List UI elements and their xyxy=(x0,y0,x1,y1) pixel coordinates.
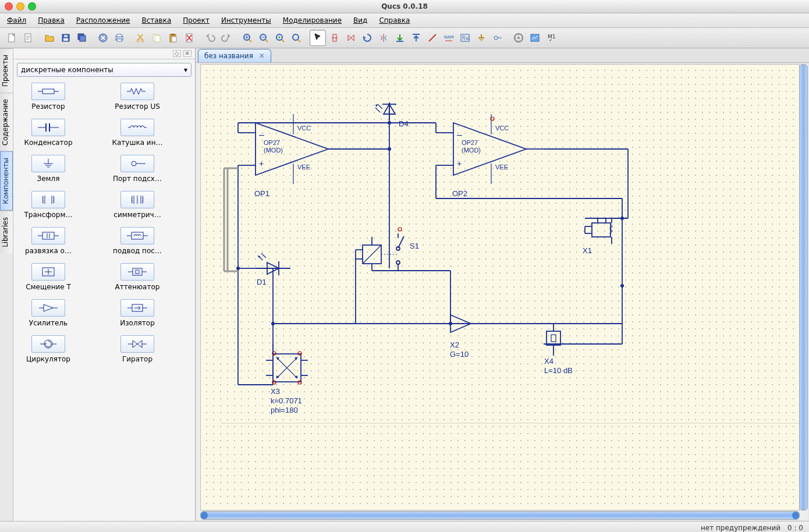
tab-components[interactable]: Компоненты xyxy=(0,151,13,211)
palette-label: Трансформ… xyxy=(16,211,80,219)
zoom-1-1-icon[interactable] xyxy=(289,30,304,45)
palette-item-ground[interactable]: Земля xyxy=(19,155,77,183)
svg-text:OP27: OP27 xyxy=(462,139,478,146)
vertical-scrollbar[interactable] xyxy=(799,64,808,510)
palette-item-capacitor[interactable]: Конденсатор xyxy=(19,119,77,147)
equation-icon[interactable]: f(ω) xyxy=(457,30,473,45)
close-window-icon[interactable] xyxy=(5,2,13,10)
copy-icon[interactable] xyxy=(149,30,164,45)
horizontal-scrollbar[interactable] xyxy=(200,511,800,520)
bus-segment xyxy=(224,168,238,271)
component-x2[interactable]: X2 G=10 xyxy=(442,315,480,359)
marker-icon[interactable]: M1 xyxy=(544,30,559,45)
component-s1[interactable]: S1 xyxy=(396,228,419,271)
simulate-icon[interactable] xyxy=(511,30,526,45)
component-op1[interactable]: – + OP27 (MOD) VCC VEE OP1 xyxy=(254,114,328,198)
tab-libraries[interactable]: Libraries xyxy=(0,211,13,253)
new-text-icon[interactable] xyxy=(21,30,36,45)
component-relay[interactable] xyxy=(356,237,398,271)
port-insert-icon[interactable] xyxy=(490,30,505,45)
menu-edit[interactable]: Правка xyxy=(38,16,65,24)
tab-untitled[interactable]: без названия ✕ xyxy=(198,49,271,62)
palette-item-inductor[interactable]: Катушка ин… xyxy=(108,119,166,147)
svg-text:VCC: VCC xyxy=(297,125,311,132)
export-up-icon[interactable] xyxy=(409,30,424,45)
show-results-icon[interactable] xyxy=(527,30,542,45)
new-file-icon[interactable] xyxy=(5,30,20,45)
schematic-canvas[interactable]: – + OP27 (MOD) VCC VEE OP1 xyxy=(200,64,800,510)
menu-file[interactable]: Файл xyxy=(7,16,26,24)
svg-text:VCC: VCC xyxy=(495,125,509,132)
zoom-in-icon[interactable] xyxy=(240,30,255,45)
menu-layout[interactable]: Расположение xyxy=(76,16,130,24)
save-all-icon[interactable] xyxy=(74,30,90,45)
minimize-window-icon[interactable] xyxy=(16,2,24,10)
zoom-window-icon[interactable] xyxy=(28,2,36,10)
undo-icon[interactable] xyxy=(203,30,218,45)
palette-label: симметрич… xyxy=(105,211,169,219)
svg-text:M1: M1 xyxy=(548,34,556,40)
export-down-icon[interactable] xyxy=(392,30,407,45)
palette-item-circulator[interactable]: Циркулятор xyxy=(19,335,77,363)
print-icon[interactable] xyxy=(112,30,127,45)
mirror-x-icon[interactable] xyxy=(376,30,391,45)
zoom-out-icon[interactable] xyxy=(256,30,271,45)
svg-text:(MOD): (MOD) xyxy=(264,147,283,154)
delete-icon[interactable] xyxy=(182,30,197,45)
svg-rect-17 xyxy=(155,36,160,42)
wire-label-icon[interactable]: NAME xyxy=(441,30,456,45)
open-icon[interactable] xyxy=(42,30,57,45)
cut-icon[interactable] xyxy=(133,30,148,45)
palette-item-resistor-us[interactable]: Резистор US xyxy=(108,83,166,111)
menu-view[interactable]: Вид xyxy=(353,16,367,24)
menu-tools[interactable]: Инструменты xyxy=(221,16,271,24)
save-icon[interactable] xyxy=(58,30,73,45)
palette-item-bias-t[interactable]: Смещение T xyxy=(19,263,77,291)
mirror-icon[interactable] xyxy=(343,30,359,45)
palette-item-transformer[interactable]: Трансформ… xyxy=(19,191,77,219)
svg-point-178 xyxy=(620,217,624,220)
svg-text:OP27: OP27 xyxy=(264,139,280,146)
palette-item-amplifier[interactable]: Усилитель xyxy=(19,299,77,327)
menu-simulation[interactable]: Моделирование xyxy=(283,16,342,24)
palette-item-isolator[interactable]: Изолятор xyxy=(108,299,166,327)
palette-item-dc-block[interactable]: развязка о… xyxy=(19,227,77,255)
menu-help[interactable]: Справка xyxy=(379,16,410,24)
component-op2[interactable]: – + OP27 (MOD) VCC VEE OP2 xyxy=(452,114,526,198)
bias-t-icon xyxy=(31,263,65,281)
close-icon[interactable] xyxy=(95,30,111,45)
rotate-icon[interactable] xyxy=(360,30,375,45)
tab-close-icon[interactable]: ✕ xyxy=(259,52,265,60)
svg-text:X3: X3 xyxy=(271,387,280,396)
ground-insert-icon[interactable] xyxy=(474,30,489,45)
redo-icon[interactable] xyxy=(219,30,234,45)
menu-project[interactable]: Проект xyxy=(183,16,210,24)
svg-text:–: – xyxy=(259,130,264,140)
svg-point-152 xyxy=(398,228,402,231)
palette-item-port[interactable]: Порт подсх… xyxy=(108,155,166,183)
palette-item-sym-transformer[interactable]: симметрич… xyxy=(108,191,166,219)
palette-item-gyrator[interactable]: Гиратор xyxy=(108,335,166,363)
dock-close-icon[interactable]: ✕ xyxy=(183,50,191,57)
window-title: Qucs 0.0.18 xyxy=(381,2,428,10)
tab-projects[interactable]: Проекты xyxy=(0,48,13,93)
palette-item-dc-feed[interactable]: подвод пос… xyxy=(108,227,166,255)
dock-detach-icon[interactable]: ◇ xyxy=(173,50,181,57)
tab-content[interactable]: Содержание xyxy=(0,93,13,151)
palette-item-attenuator[interactable]: Аттенюатор xyxy=(108,263,166,291)
edit-component-icon[interactable] xyxy=(327,30,342,45)
component-x3[interactable]: X3 k=0.7071 phi=180 xyxy=(266,352,308,414)
wire-icon[interactable] xyxy=(425,30,440,45)
svg-line-23 xyxy=(249,40,251,42)
component-d4[interactable]: D4 xyxy=(375,102,409,128)
menu-insert[interactable]: Вставка xyxy=(141,16,171,24)
component-x4[interactable]: X4 L=10 dB xyxy=(544,324,573,375)
category-combo[interactable]: дискретные компоненты ▾ xyxy=(17,63,191,77)
zoom-fit-icon[interactable] xyxy=(272,30,288,45)
component-x1[interactable]: X1 xyxy=(583,218,628,255)
paste-icon[interactable] xyxy=(165,30,180,45)
svg-rect-19 xyxy=(171,34,175,36)
palette-item-resistor[interactable]: Резистор xyxy=(19,83,77,111)
select-tool-icon[interactable] xyxy=(310,30,326,46)
palette-label: Катушка ин… xyxy=(105,139,169,147)
